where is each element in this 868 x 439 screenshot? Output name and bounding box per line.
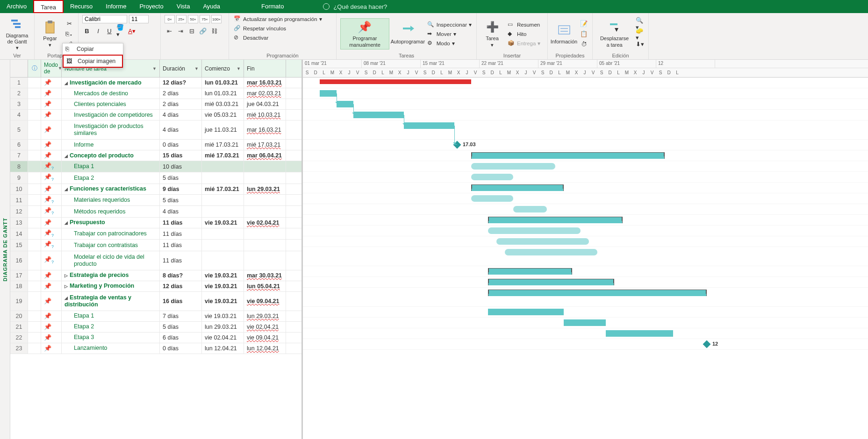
row-number[interactable]: 15 [10,240,28,250]
table-row[interactable]: 3📌Clientes potenciales2 díasmié 03.03.21… [10,99,301,110]
table-row[interactable]: 1📌◢Investigación de mercado12 días?lun 0… [10,78,301,88]
end-cell[interactable] [244,240,286,250]
table-row[interactable]: 13📌◢Presupuesto11 díasvie 19.03.21vie 02… [10,218,301,228]
duration-cell[interactable]: 11 días [160,251,202,270]
duration-cell[interactable]: 2 días [160,99,202,109]
fill-color-button[interactable]: 🪣▾ [116,26,125,35]
gantt-bar[interactable] [513,206,547,212]
duration-cell[interactable]: 2 días [160,88,202,99]
gantt-bar[interactable] [505,249,597,255]
menu-project[interactable]: Proyecto [133,0,170,13]
pct-100-button[interactable]: 100× [211,15,222,23]
gantt-bar[interactable] [488,227,581,234]
row-number[interactable]: 14 [10,228,28,239]
bold-button[interactable]: B [82,26,92,35]
row-number[interactable]: 22 [10,333,28,343]
move-button[interactable]: ➡Mover ▾ [426,30,473,38]
copy-button[interactable]: ⎘▾ [65,29,74,39]
duration-cell[interactable]: 12 días [160,281,202,291]
ctx-copy-image[interactable]: 🖼Copiar imagen [63,55,123,68]
start-cell[interactable]: mié 17.03.21 [202,150,244,161]
end-cell[interactable]: mar 02.03.21 [244,88,286,99]
pct-50-button[interactable]: 50× [188,15,198,23]
start-cell[interactable]: vie 02.04.21 [202,333,244,343]
autoschedule-button[interactable]: Autoprogramar [392,22,423,46]
italic-button[interactable]: I [93,26,103,35]
end-cell[interactable]: vie 02.04.21 [244,218,286,228]
task-name-cell[interactable]: Informe [62,140,160,150]
pct-25-button[interactable]: 25× [176,15,187,23]
table-row[interactable]: 16📌Modelar el ciclo de vida del producto… [10,251,301,270]
task-name-cell[interactable]: ▷Estrategia de precios [62,270,160,281]
gantt-bar[interactable] [496,238,589,245]
font-color-button[interactable]: A▾ [127,26,136,35]
gantt-row[interactable] [303,204,868,215]
end-cell[interactable] [244,161,286,172]
end-cell[interactable]: lun 29.03.21 [244,184,286,194]
notes-button[interactable]: 📝 [579,19,588,28]
end-cell[interactable]: jue 04.03.21 [244,99,286,109]
duration-cell[interactable]: 0 días [160,140,202,150]
task-name-cell[interactable]: Clientes potenciales [62,99,160,109]
duration-cell[interactable]: 7 días [160,311,202,321]
menu-resource[interactable]: Recurso [64,0,99,13]
gantt-bar[interactable] [471,152,665,159]
fill-button[interactable]: ⬇▾ [635,40,645,49]
task-name-cell[interactable]: ◢Concepto del producto [62,150,160,161]
task-name-cell[interactable]: Lanzamiento [62,343,160,354]
table-row[interactable]: 7📌◢Concepto del producto15 díasmié 17.03… [10,150,301,161]
end-cell[interactable]: mié 10.03.21 [244,110,286,120]
task-name-cell[interactable]: Mercados de destino [62,88,160,99]
deliverable-button[interactable]: 📦Entrega ▾ [507,39,541,48]
gantt-bar[interactable] [488,309,564,315]
row-number[interactable]: 9 [10,172,28,183]
task-name-cell[interactable]: Modelar el ciclo de vida del producto [62,251,160,270]
duration-cell[interactable]: 10 días [160,161,202,172]
gantt-chart-button[interactable]: Diagrama de Gantt ▾ [4,16,30,52]
cut-button[interactable]: ✂ [65,19,74,28]
row-number[interactable]: 17 [10,270,28,281]
row-number[interactable]: 8 [10,161,28,172]
task-button[interactable]: ➕Tarea ▾ [481,19,504,49]
gantt-bar[interactable] [564,319,606,326]
gantt-row[interactable] [303,161,868,172]
inspect-button[interactable]: 🔍Inspeccionar ▾ [426,21,473,29]
end-cell[interactable]: lun 29.03.21 [244,311,286,321]
task-name-cell[interactable]: Etapa 2 [62,172,160,183]
underline-button[interactable]: U [105,26,114,35]
task-name-cell[interactable]: ◢Investigación de mercado [62,78,160,88]
gantt-bar[interactable] [471,174,513,180]
task-name-cell[interactable]: Investigación de productos similares [62,120,160,139]
task-name-cell[interactable]: Investigación de competidores [62,110,160,120]
start-cell[interactable]: jue 11.03.21 [202,120,244,139]
information-button[interactable]: Información [552,22,576,46]
update-schedule-button[interactable]: 📅Actualizar según programación ▾ [233,15,323,23]
clear-button[interactable]: 🧽▾ [635,29,645,39]
task-name-cell[interactable]: ◢Estrategia de ventas y distribución [62,292,160,311]
table-row[interactable]: 5📌Investigación de productos similares4 … [10,120,301,140]
gantt-bar[interactable] [488,268,572,275]
table-row[interactable]: 17📌▷Estrategia de precios8 días?vie 19.0… [10,270,301,281]
gantt-row[interactable] [303,339,868,350]
end-cell[interactable]: mar 30.03.21 [244,270,286,281]
start-cell[interactable]: vie 19.03.21 [202,311,244,321]
start-cell[interactable]: vie 05.03.21 [202,110,244,120]
gantt-row[interactable] [303,193,868,204]
gantt-row[interactable] [303,120,868,140]
start-cell[interactable] [202,172,244,183]
duration-cell[interactable]: 11 días [160,240,202,250]
start-cell[interactable]: mié 03.03.21 [202,99,244,109]
table-row[interactable]: 21📌Etapa 25 díaslun 29.03.21vie 02.04.21 [10,322,301,333]
end-cell[interactable]: vie 02.04.21 [244,322,286,332]
end-cell[interactable]: vie 09.04.21 [244,292,286,311]
table-row[interactable]: 14📌Trabajar con patrocinadores11 días [10,228,301,240]
row-number[interactable]: 19 [10,292,28,311]
scroll-to-task-button[interactable]: Desplazarse a tarea [596,19,632,49]
end-cell[interactable] [244,172,286,183]
row-number[interactable]: 21 [10,322,28,332]
row-number[interactable]: 12 [10,206,28,217]
end-cell[interactable] [244,206,286,217]
table-row[interactable]: 18📌▷Marketing y Promoción12 díasvie 19.0… [10,281,301,292]
row-number[interactable]: 6 [10,140,28,150]
table-row[interactable]: 20📌Etapa 17 díasvie 19.03.21lun 29.03.21 [10,311,301,322]
